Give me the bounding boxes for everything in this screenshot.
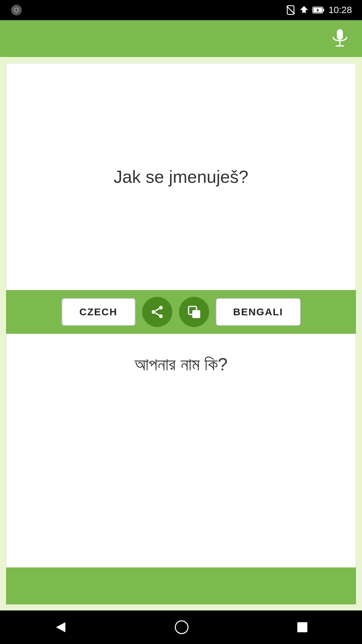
svg-rect-8 [337,29,343,40]
back-icon [53,620,67,634]
recents-button[interactable] [296,621,309,634]
app-header [0,20,362,57]
svg-line-14 [155,313,159,315]
settings-icon [10,4,23,16]
svg-point-11 [159,306,163,310]
lang-bar: CZECH BENGALI [6,290,356,334]
source-text: Jak se jmenuješ? [114,167,248,187]
svg-line-15 [155,309,159,311]
mic-icon [331,29,349,49]
svg-marker-18 [56,622,65,632]
svg-point-2 [15,9,18,11]
home-button[interactable] [174,620,189,635]
status-time: 10:28 [328,5,352,15]
svg-point-13 [159,314,163,318]
target-panel: আপনার নাম কি? [6,334,356,568]
source-lang-button[interactable]: CZECH [62,298,135,326]
bottom-green-bar [6,568,356,604]
copy-icon [187,305,201,319]
svg-line-4 [287,6,295,14]
mic-button[interactable] [331,29,349,49]
back-button[interactable] [53,620,67,634]
svg-rect-20 [297,622,307,632]
source-panel: Jak se jmenuješ? [6,63,356,290]
recents-icon [296,621,309,634]
status-bar: 10:28 [0,0,362,20]
status-left [10,4,23,16]
main-content: Jak se jmenuješ? CZECH BENGALI আপনার নাম… [0,57,362,610]
airplane-icon [299,5,309,15]
target-lang-button[interactable]: BENGALI [216,298,301,326]
target-text: আপনার নাম কি? [134,354,228,375]
status-right: 10:28 [286,5,352,15]
battery-icon [312,6,324,14]
copy-button[interactable] [179,297,209,327]
share-icon [150,305,165,319]
svg-point-19 [175,621,188,634]
share-button[interactable] [142,297,172,327]
svg-rect-6 [323,9,324,11]
no-sim-icon [286,5,296,15]
status-icons [286,5,324,15]
nav-bar [0,610,362,644]
home-icon [174,620,189,635]
svg-point-12 [152,310,155,314]
